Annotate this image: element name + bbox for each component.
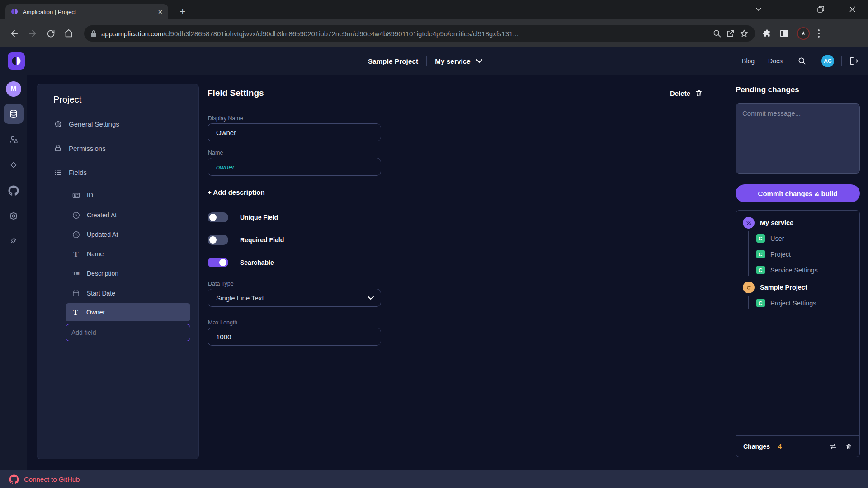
window-close-icon[interactable] xyxy=(842,0,863,18)
toggle-label: Required Field xyxy=(240,236,284,244)
status-bar: Connect to GitHub xyxy=(0,470,868,488)
display-name-input[interactable] xyxy=(208,123,381,141)
favicon-amplication-icon xyxy=(11,8,18,15)
rail-roles-user-lock-icon[interactable] xyxy=(4,130,24,150)
workspace-avatar[interactable]: M xyxy=(6,81,21,97)
app-rail: M xyxy=(0,75,27,470)
logout-icon[interactable] xyxy=(849,56,859,66)
change-group-sample-project: Sample Project xyxy=(736,279,859,293)
unique-field-toggle[interactable] xyxy=(208,212,228,222)
project-name[interactable]: Sample Project xyxy=(368,57,418,65)
field-item-label: Owner xyxy=(86,309,105,316)
new-tab-button[interactable]: + xyxy=(176,6,189,19)
commit-changes-button[interactable]: Commit changes & build xyxy=(736,184,860,202)
delete-field-button[interactable]: Delete xyxy=(670,89,703,97)
id-card-icon xyxy=(71,191,80,200)
reload-icon[interactable] xyxy=(42,24,60,42)
field-item-label: Start Date xyxy=(87,290,115,297)
toggle-knob xyxy=(209,214,217,221)
app-header: Sample Project My service Blog Docs AC xyxy=(0,47,868,75)
field-item-name[interactable]: T Name xyxy=(66,247,104,261)
url-text[interactable]: app.amplication.com/cl90dh3l286587801ioh… xyxy=(101,30,708,38)
change-item[interactable]: C Project Settings xyxy=(736,295,859,311)
pending-changes-title: Pending changes xyxy=(736,85,799,94)
data-type-select[interactable]: Single Line Text xyxy=(208,289,381,307)
create-badge: C xyxy=(756,250,765,258)
browser-profile-avatar[interactable] xyxy=(797,27,810,40)
content-area: Project General Settings Permissions Fie… xyxy=(27,75,727,470)
discard-trash-icon[interactable] xyxy=(845,443,852,450)
browser-toolbar: app.amplication.com/cl90dh3l286587801ioh… xyxy=(0,19,868,47)
chevron-down-icon[interactable] xyxy=(360,292,381,303)
searchable-toggle[interactable] xyxy=(208,258,228,267)
calendar-icon xyxy=(71,289,80,297)
data-type-value: Single Line Text xyxy=(216,294,360,302)
field-item-label: Created At xyxy=(87,211,117,219)
max-length-input[interactable] xyxy=(208,328,381,346)
search-icon[interactable] xyxy=(797,56,807,66)
rail-entities-database-icon[interactable] xyxy=(4,104,24,124)
side-panel-icon[interactable] xyxy=(780,29,789,38)
field-item-description[interactable]: T≡ Description xyxy=(66,267,118,280)
field-item-start-date[interactable]: Start Date xyxy=(66,286,115,300)
add-description-button[interactable]: + Add description xyxy=(208,188,265,196)
amplication-logo-icon[interactable] xyxy=(8,52,25,70)
section-title: Field Settings xyxy=(208,88,264,98)
change-item-label: Project Settings xyxy=(770,300,816,307)
rail-settings-gear-icon[interactable] xyxy=(4,206,24,226)
display-name-label: Display Name xyxy=(208,115,243,122)
blog-link[interactable]: Blog xyxy=(742,57,755,65)
change-item[interactable]: C User xyxy=(736,230,859,246)
commit-message-input[interactable] xyxy=(736,103,860,174)
field-item-id[interactable]: ID xyxy=(66,188,93,202)
menu-item-fields[interactable]: Fields xyxy=(48,165,87,179)
data-type-label: Data Type xyxy=(208,281,234,287)
entity-panel: Project General Settings Permissions Fie… xyxy=(37,84,199,459)
chevron-down-icon[interactable] xyxy=(476,59,482,63)
menu-item-permissions[interactable]: Permissions xyxy=(48,141,106,155)
share-icon[interactable] xyxy=(726,29,735,38)
url-path: /cl90dh3l286587801iohvtqjwvx/cl90dh3lm86… xyxy=(164,30,519,38)
name-input[interactable] xyxy=(208,158,381,176)
service-selector[interactable]: My service xyxy=(435,57,471,65)
tab-search-chevron-icon[interactable] xyxy=(748,0,769,18)
divider xyxy=(841,56,842,66)
clock-icon xyxy=(71,230,80,239)
forward-icon[interactable] xyxy=(24,24,42,42)
connect-github-link[interactable]: Connect to GitHub xyxy=(24,475,80,483)
browser-tab[interactable]: Amplication | Project ✕ xyxy=(5,4,168,19)
change-item[interactable]: C Project xyxy=(736,246,859,262)
required-field-toggle[interactable] xyxy=(208,235,228,245)
rail-commits-diamond-icon[interactable] xyxy=(4,155,24,175)
changes-footer-icons xyxy=(829,443,852,450)
bookmark-star-icon[interactable] xyxy=(740,29,749,38)
site-lock-icon[interactable] xyxy=(90,30,97,37)
change-item[interactable]: C Service Settings xyxy=(736,262,859,278)
home-icon[interactable] xyxy=(60,24,78,42)
text-icon: T xyxy=(71,309,80,316)
back-icon[interactable] xyxy=(5,24,24,42)
user-avatar[interactable]: AC xyxy=(821,55,834,67)
menu-item-general-settings[interactable]: General Settings xyxy=(48,117,119,131)
docs-link[interactable]: Docs xyxy=(768,57,783,65)
window-minimize-icon[interactable] xyxy=(779,0,800,18)
browser-tab-strip: Amplication | Project ✕ + xyxy=(0,0,868,19)
extensions-puzzle-icon[interactable] xyxy=(762,29,772,38)
field-item-owner[interactable]: T Owner xyxy=(66,303,190,321)
field-item-created-at[interactable]: Created At xyxy=(66,208,117,222)
rail-github-icon[interactable] xyxy=(4,181,24,201)
toolbar-right xyxy=(762,27,821,40)
window-restore-icon[interactable] xyxy=(810,0,831,18)
zoom-out-icon[interactable] xyxy=(712,29,722,38)
field-item-updated-at[interactable]: Updated At xyxy=(66,228,118,241)
url-bar[interactable]: app.amplication.com/cl90dh3l286587801ioh… xyxy=(84,25,755,42)
compare-changes-icon[interactable] xyxy=(829,443,837,450)
tab-close-icon[interactable]: ✕ xyxy=(158,9,163,15)
list-icon xyxy=(53,168,62,177)
menu-item-label: Permissions xyxy=(69,145,106,152)
browser-menu-dots-icon[interactable] xyxy=(818,29,820,38)
rail-connections-plug-icon[interactable] xyxy=(4,230,24,250)
divider xyxy=(426,56,427,66)
field-item-label: Updated At xyxy=(87,231,118,238)
add-field-input[interactable] xyxy=(66,324,190,341)
